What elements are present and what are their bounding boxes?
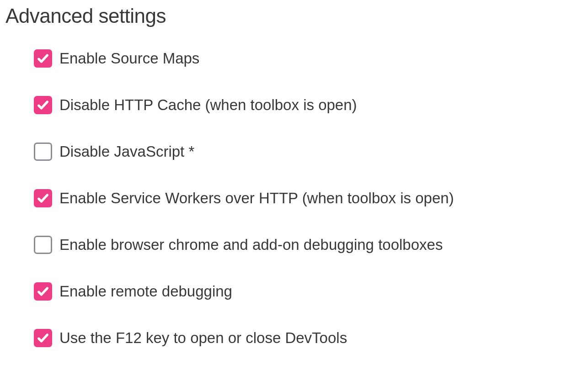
checkmark-icon xyxy=(37,99,49,111)
option-label[interactable]: Disable HTTP Cache (when toolbox is open… xyxy=(59,96,357,114)
section-title: Advanced settings xyxy=(5,5,583,27)
checkbox-enable-service-workers-http[interactable] xyxy=(34,189,52,207)
checkmark-icon xyxy=(37,192,49,205)
option-label[interactable]: Use the F12 key to open or close DevTool… xyxy=(59,329,347,347)
option-enable-source-maps[interactable]: Enable Source Maps xyxy=(34,49,583,68)
option-disable-javascript[interactable]: Disable JavaScript * xyxy=(34,143,583,161)
checkmark-icon xyxy=(37,332,49,344)
option-enable-remote-debugging[interactable]: Enable remote debugging xyxy=(34,282,583,301)
checkbox-enable-browser-chrome-debugging[interactable] xyxy=(34,236,52,254)
checkmark-icon xyxy=(37,52,49,65)
checkbox-enable-source-maps[interactable] xyxy=(34,49,52,68)
option-label[interactable]: Enable Source Maps xyxy=(59,49,199,68)
option-label[interactable]: Enable Service Workers over HTTP (when t… xyxy=(59,189,454,207)
option-label[interactable]: Enable remote debugging xyxy=(59,282,232,301)
checkbox-disable-http-cache[interactable] xyxy=(34,96,52,114)
checkmark-icon xyxy=(37,285,49,298)
option-enable-service-workers-http[interactable]: Enable Service Workers over HTTP (when t… xyxy=(34,189,583,207)
option-label[interactable]: Disable JavaScript * xyxy=(59,143,194,161)
option-enable-browser-chrome-debugging[interactable]: Enable browser chrome and add-on debuggi… xyxy=(34,236,583,254)
option-use-f12-key[interactable]: Use the F12 key to open or close DevTool… xyxy=(34,329,583,347)
checkbox-disable-javascript[interactable] xyxy=(34,143,52,161)
advanced-settings-section: Advanced settings Enable Source Maps Dis… xyxy=(0,0,588,356)
checkbox-enable-remote-debugging[interactable] xyxy=(34,282,52,301)
option-disable-http-cache[interactable]: Disable HTTP Cache (when toolbox is open… xyxy=(34,96,583,114)
checkbox-use-f12-key[interactable] xyxy=(34,329,52,347)
options-list: Enable Source Maps Disable HTTP Cache (w… xyxy=(5,49,583,347)
option-label[interactable]: Enable browser chrome and add-on debuggi… xyxy=(59,236,443,254)
